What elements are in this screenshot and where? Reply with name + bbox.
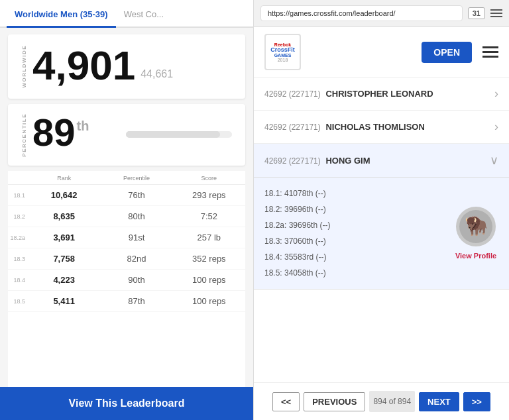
- expanded-header[interactable]: 42692 (227171) HONG GIM ∨: [254, 144, 509, 178]
- crossfit-header: Reebok CrossFit GAMES 2018 OPEN: [254, 27, 509, 78]
- percentile-card: PERCENTILE 89 th: [8, 104, 245, 166]
- row-percentile: 80th: [100, 211, 172, 221]
- tab-west[interactable]: West Co...: [116, 0, 172, 28]
- col-score-header: Score: [173, 175, 245, 182]
- exercise-label: 18.2a: [8, 235, 28, 241]
- row-score: 100 reps: [173, 275, 245, 285]
- exercise-label: 18.2: [8, 213, 28, 220]
- table-row: 18.2a 3,691 91st 257 lb: [8, 227, 245, 248]
- exercise-label: 18.4: [8, 277, 28, 284]
- exercise-label: 18.1: [8, 192, 28, 199]
- rank-sub-value: 44,661: [141, 69, 173, 79]
- open-button[interactable]: OPEN: [422, 42, 472, 63]
- athlete-id: 42692 (227171): [264, 156, 321, 166]
- athlete-list: 42692 (227171) CHRISTOPHER LEONARD › 426…: [254, 78, 509, 382]
- athlete-expanded: 42692 (227171) HONG GIM ∨ 18.1: 41078th …: [254, 144, 509, 289]
- percentile-bar: [126, 131, 232, 138]
- percentile-bar-fill: [126, 131, 220, 138]
- row-score: 257 lb: [173, 233, 245, 242]
- athlete-row[interactable]: 42692 (227171) NICHOLAS THOMLISON ›: [254, 111, 509, 144]
- exercise-label: 18.5: [8, 298, 28, 305]
- table-row: 18.2 8,635 80th 7:52: [8, 206, 245, 227]
- page-info: 894 of 894: [369, 391, 415, 412]
- expanded-stat: 18.2: 39696th (--): [264, 201, 432, 217]
- logo-box: Reebok CrossFit GAMES 2018: [264, 34, 301, 70]
- expanded-stat: 18.3: 37060th (--): [264, 233, 432, 249]
- expanded-stat: 18.1: 41078th (--): [264, 185, 432, 201]
- row-score: 100 reps: [173, 296, 245, 306]
- browser-menu-icon[interactable]: [490, 9, 502, 17]
- table-row: 18.1 10,642 76th 293 reps: [8, 185, 245, 206]
- stats-table: Rank Percentile Score 18.1 10,642 76th 2…: [8, 171, 245, 387]
- svg-text:🦬: 🦬: [465, 215, 488, 236]
- table-row: 18.4 4,223 90th 100 reps: [8, 270, 245, 291]
- chevron-right-icon: ›: [494, 87, 498, 101]
- percentile-suffix: th: [77, 119, 89, 134]
- expanded-body: 18.1: 41078th (--)18.2: 39696th (--)18.2…: [254, 178, 509, 289]
- table-row: 18.5 5,411 87th 100 reps: [8, 291, 245, 312]
- table-row: 18.3 7,758 82nd 352 reps: [8, 248, 245, 270]
- athlete-id: 42692 (227171): [264, 89, 321, 99]
- expanded-profile: 🦬 View Profile: [443, 178, 509, 289]
- row-percentile: 76th: [100, 190, 172, 200]
- expanded-stat: 18.5: 34058th (--): [264, 265, 432, 281]
- athlete-info: 42692 (227171) NICHOLAS THOMLISON: [264, 122, 494, 132]
- rank-value: 4,901: [32, 45, 135, 86]
- row-rank: 5,411: [28, 296, 100, 306]
- pagination: << PREVIOUS 894 of 894 NEXT >>: [254, 382, 509, 420]
- athlete-name: NICHOLAS THOMLISON: [325, 122, 425, 132]
- row-rank: 3,691: [28, 233, 100, 242]
- athlete-id: 42692 (227171): [264, 123, 321, 132]
- logo-year: 2018: [278, 58, 288, 62]
- row-rank: 8,635: [28, 211, 100, 221]
- last-page-button[interactable]: >>: [463, 392, 490, 411]
- left-panel: Worldwide Men (35-39) West Co... WORLDWI…: [0, 0, 254, 420]
- percentile-value: 89: [32, 113, 76, 152]
- row-rank: 7,758: [28, 254, 100, 264]
- row-rank: 10,642: [28, 190, 100, 200]
- avatar-image: 🦬: [459, 210, 492, 243]
- rank-value-display: 4,901 44,661: [32, 45, 173, 86]
- row-percentile: 91st: [100, 233, 172, 242]
- row-percentile: 90th: [100, 275, 172, 285]
- row-percentile: 87th: [100, 296, 172, 306]
- athlete-info: 42692 (227171) CHRISTOPHER LEONARD: [264, 89, 494, 99]
- next-button[interactable]: NEXT: [419, 392, 459, 411]
- athlete-name: CHRISTOPHER LEONARD: [325, 89, 433, 99]
- url-bar[interactable]: https://games.crossfit.com/leaderboard/: [260, 5, 463, 21]
- exercise-label: 18.3: [8, 256, 28, 262]
- percentile-label: PERCENTILE: [21, 113, 27, 157]
- tab-count[interactable]: 31: [468, 7, 485, 19]
- tab-worldwide[interactable]: Worldwide Men (35-39): [7, 0, 116, 28]
- view-leaderboard-button[interactable]: View This Leaderboard: [0, 387, 253, 420]
- avatar: 🦬: [456, 207, 496, 246]
- tab-bar: Worldwide Men (35-39) West Co...: [0, 0, 253, 28]
- first-page-button[interactable]: <<: [272, 392, 300, 411]
- chevron-right-icon: ›: [494, 120, 498, 134]
- expanded-stat: 18.4: 35583rd (--): [264, 249, 432, 265]
- col-rank-header: Rank: [28, 175, 100, 182]
- row-score: 7:52: [173, 211, 245, 221]
- logo-games: GAMES: [274, 53, 292, 58]
- crossfit-logo: Reebok CrossFit GAMES 2018: [264, 34, 301, 70]
- right-panel: https://games.crossfit.com/leaderboard/ …: [254, 0, 509, 420]
- col-percentile-header: Percentile: [100, 175, 172, 182]
- expanded-stat: 18.2a: 39696th (--): [264, 217, 432, 233]
- logo-crossfit: CrossFit: [270, 47, 295, 53]
- row-score: 293 reps: [173, 190, 245, 200]
- athlete-info: 42692 (227171) HONG GIM: [264, 156, 490, 166]
- worldwide-rank-card: WORLDWIDE 4,901 44,661: [8, 34, 245, 99]
- expanded-stats: 18.1: 41078th (--)18.2: 39696th (--)18.2…: [254, 178, 443, 289]
- worldwide-label: WORLDWIDE: [21, 45, 27, 88]
- browser-bar: https://games.crossfit.com/leaderboard/ …: [254, 0, 509, 27]
- athlete-name: HONG GIM: [325, 156, 370, 166]
- previous-button[interactable]: PREVIOUS: [304, 392, 365, 411]
- table-header: Rank Percentile Score: [8, 171, 245, 185]
- url-text: https://games.crossfit.com/leaderboard/: [268, 9, 396, 17]
- row-score: 352 reps: [173, 254, 245, 264]
- hamburger-menu-icon[interactable]: [482, 46, 498, 58]
- row-rank: 4,223: [28, 275, 100, 285]
- athlete-row[interactable]: 42692 (227171) CHRISTOPHER LEONARD ›: [254, 78, 509, 111]
- row-percentile: 82nd: [100, 254, 172, 264]
- view-profile-button[interactable]: View Profile: [455, 252, 496, 260]
